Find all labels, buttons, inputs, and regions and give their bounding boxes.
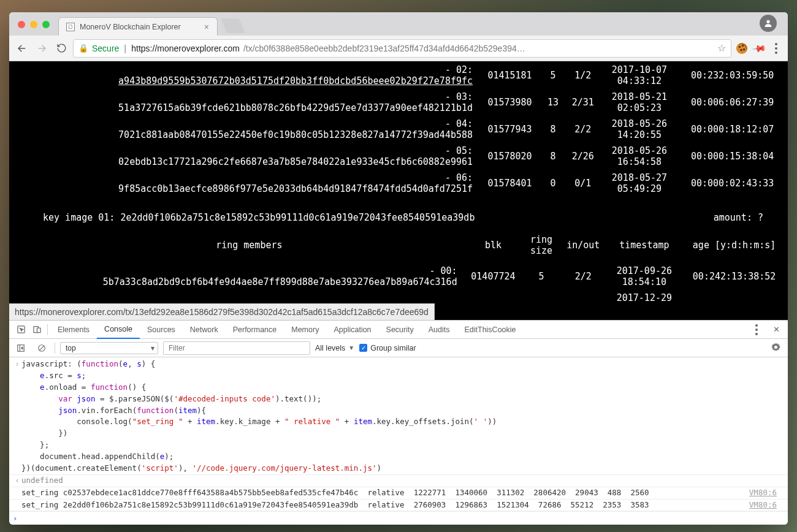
ring-member-row: - 04:7021c881aab08470155e22450ef0c19b80c… — [10, 116, 787, 142]
amount-label: amount: ? — [714, 212, 763, 223]
context-selector[interactable]: top — [60, 342, 158, 354]
log-levels-label: All levels — [315, 344, 345, 352]
cell-inout: 2/31 — [565, 89, 601, 115]
secure-label: Secure — [92, 44, 119, 53]
page-body[interactable]: - 02:a943b89d9559b5307672b03d5175df20bb3… — [9, 61, 788, 320]
col-inout: in/out — [560, 228, 607, 262]
cell-age: 00:000:15:38:04 — [678, 143, 787, 169]
console-filter-input[interactable] — [163, 341, 310, 355]
cell-inout: 0/1 — [565, 170, 601, 196]
devtools-menu-icon[interactable] — [749, 322, 765, 338]
pin-ext-icon[interactable]: 📌 — [750, 39, 769, 58]
devtools-tab-audits[interactable]: Audits — [421, 321, 457, 339]
back-button[interactable] — [14, 40, 30, 56]
cell-blk: 01573980 — [479, 89, 541, 115]
window-zoom[interactable] — [42, 21, 50, 28]
devtools-close-icon[interactable]: ✕ — [768, 325, 784, 334]
editthiscookie-ext-icon[interactable] — [735, 42, 749, 55]
log-levels-selector[interactable]: All levels▼ — [315, 344, 354, 352]
devtools-tab-security[interactable]: Security — [379, 321, 421, 339]
chrome-menu[interactable] — [769, 42, 783, 55]
console-output[interactable]: ›javascript: (function(e, s) { e.src = s… — [9, 357, 788, 525]
ring-member-row: - 05:02ebdb13c17721a296c2fe6687e3a7b85e7… — [10, 143, 787, 169]
bookmark-star-icon[interactable]: ☆ — [717, 42, 726, 54]
ring-member-row: - 03:51a3727615a6b39fcde621bb8078c26bfb4… — [10, 89, 787, 115]
console-input[interactable] — [21, 514, 784, 523]
console-log-line: set_ring c02537ebdece1ac81ddce770e8fff64… — [21, 488, 649, 498]
device-toggle-icon[interactable] — [29, 325, 45, 334]
cell-timestamp: 2017-12-29 — [608, 291, 681, 305]
cell-inout: 2/2 — [560, 264, 607, 289]
ring-hash-link[interactable]: 02ebdb13c17721a296c2fe6687e3a7b85e784022… — [118, 156, 473, 167]
url-path: /tx/cb0f6388e858e0eebb2debf2319e13af25ff… — [243, 44, 525, 53]
console-undefined: undefined — [21, 476, 63, 486]
cell-blk: 01578020 — [479, 143, 541, 169]
cell-timestamp: 2018-05-2616:54:58 — [602, 143, 677, 169]
devtools-tab-elements[interactable]: Elements — [50, 321, 97, 339]
window-close[interactable] — [18, 21, 25, 28]
devtools-tab-network[interactable]: Network — [183, 321, 226, 339]
col-blk: blk — [463, 228, 524, 262]
cell-timestamp: 2017-09-2618:54:10 — [608, 264, 681, 289]
cell-ring-size: 0 — [542, 170, 564, 196]
ring-members-table-2: ring members blk ringsize in/out timesta… — [9, 227, 788, 306]
devtools-tab-performance[interactable]: Performance — [226, 321, 284, 339]
svg-rect-3 — [37, 328, 40, 333]
devtools-tab-editthiscookie[interactable]: EditThisCookie — [457, 321, 523, 339]
link-hover-tooltip: https://monerovexplorer.com/tx/13efd292e… — [9, 303, 435, 320]
console-toolbar: top All levels▼ ✓ Group similar — [9, 339, 788, 357]
devtools-tab-console[interactable]: Console — [97, 321, 140, 339]
forward-button[interactable] — [34, 40, 50, 56]
ring-member-row: - 02:a943b89d9559b5307672b03d5175df20bb3… — [10, 63, 787, 88]
browser-tab[interactable]: 🗋 MoneroV Blockchain Explorer × — [58, 17, 218, 36]
console-prompt[interactable]: › — [9, 511, 788, 525]
cell-ring-size: 8 — [542, 143, 564, 169]
col-ring-members: ring members — [10, 228, 462, 262]
cell-timestamp: 2017-10-0704:33:12 — [602, 63, 677, 88]
profile-avatar[interactable] — [760, 15, 777, 32]
devtools-panel: ElementsConsoleSourcesNetworkPerformance… — [9, 320, 788, 525]
checkbox-icon: ✓ — [359, 344, 367, 352]
window-minimize[interactable] — [30, 21, 37, 28]
devtools-tabstrip: ElementsConsoleSourcesNetworkPerformance… — [9, 321, 788, 339]
ring-hash-link[interactable]: a943b89d9559b5307672b03d5175df20bb3ff0bd… — [118, 75, 473, 86]
cell-inout: 2/26 — [565, 143, 601, 169]
cell-timestamp: 2018-05-2102:05:23 — [602, 89, 677, 115]
table-header-row: ring members blk ringsize in/out timesta… — [10, 228, 787, 262]
key-image-hash: 2e2dd0f106b2a751c8e15892c53b99111d0c61a9… — [120, 212, 475, 223]
cell-age: 00:232:03:59:50 — [678, 63, 787, 88]
cell-timestamp: 2018-05-2614:20:55 — [602, 116, 677, 142]
tab-close-icon[interactable]: × — [202, 22, 211, 32]
ring-hash-link[interactable]: 7021c881aab08470155e22450ef0c19b80c05b12… — [118, 129, 473, 140]
group-similar-toggle[interactable]: ✓ Group similar — [359, 344, 416, 352]
devtools-tab-sources[interactable]: Sources — [140, 321, 183, 339]
devtools-tab-memory[interactable]: Memory — [284, 321, 326, 339]
cell-ring-size: 5 — [542, 63, 564, 88]
prompt-caret-icon: › — [13, 514, 18, 524]
ring-hash-link[interactable]: 9f85acc0b13aecfce8986f977e5e2033db64b4d9… — [118, 183, 473, 194]
console-settings-icon[interactable] — [771, 343, 784, 354]
browser-window: 🗋 MoneroV Blockchain Explorer × 🔒 Secure… — [9, 12, 788, 525]
ring-members-table: - 02:a943b89d9559b5307672b03d5175df20bb3… — [9, 61, 788, 197]
console-sidebar-toggle-icon[interactable] — [13, 344, 29, 352]
devtools-tab-application[interactable]: Application — [326, 321, 378, 339]
console-source-link[interactable]: VM80:6 — [749, 500, 783, 511]
new-tab-button[interactable] — [221, 18, 245, 33]
inspect-element-icon[interactable] — [13, 325, 29, 334]
clear-console-icon[interactable] — [34, 344, 50, 352]
cell-age: 00:242:13:38:52 — [682, 264, 787, 289]
cell-age: 00:006:06:27:39 — [678, 89, 787, 115]
ring-hash-link[interactable]: 51a3727615a6b39fcde621bb8078c26bfb4229d5… — [118, 102, 473, 113]
cell-inout: 2/2 — [565, 116, 601, 142]
cell-timestamp: 2018-05-2705:49:29 — [602, 170, 677, 196]
ring-member-row: - 06:9f85acc0b13aecfce8986f977e5e2033db6… — [10, 170, 787, 196]
col-timestamp: timestamp — [608, 228, 681, 262]
address-bar[interactable]: 🔒 Secure | https://monerovexplorer.com/t… — [73, 39, 731, 58]
lock-icon: 🔒 — [78, 44, 88, 53]
console-source-link[interactable]: VM80:6 — [749, 488, 783, 498]
ring-hash-link[interactable]: 5b7a33c8ad2bd9cbf6b4fe9d4ae8e7ff899d88e7… — [103, 276, 457, 287]
reload-button[interactable] — [53, 40, 69, 56]
cell-ring-size: 8 — [542, 116, 564, 142]
ring-member-row: - 00:5b7a33c8ad2bd9cbf6b4fe9d4ae8e7ff899… — [10, 264, 787, 289]
key-image-section: key image 01: 2e2dd0f106b2a751c8e15892c5… — [9, 208, 788, 227]
